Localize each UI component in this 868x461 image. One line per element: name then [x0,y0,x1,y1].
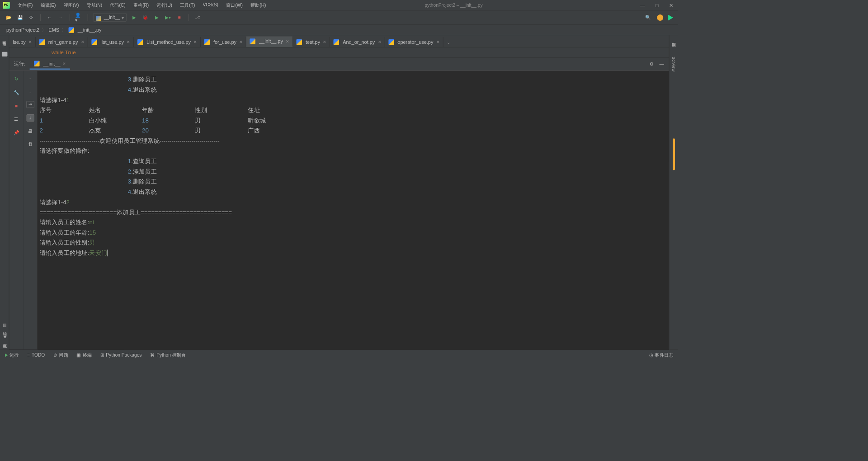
up-arrow-icon[interactable]: ↑ [27,75,33,82]
run-config-selector[interactable]: __init__ [93,14,127,22]
menubar: 文件(F) 编辑(E) 视图(V) 导航(N) 代码(C) 重构(R) 运行(U… [14,0,269,9]
debug-icon[interactable]: 🐞 [142,14,149,21]
delete-icon[interactable]: 🗑 [27,141,33,147]
python-file-icon [34,61,40,66]
close-icon[interactable]: ✕ [28,40,32,44]
python-console-button[interactable]: ⌘ Python 控制台 [150,352,186,358]
python-file-icon [68,27,74,33]
scroll-to-end-icon[interactable]: ⤓ [26,114,34,122]
menu-vcs[interactable]: VCS(S) [199,0,222,9]
breadcrumb-item[interactable]: EMS [48,27,59,33]
menu-edit[interactable]: 编辑(E) [37,0,59,9]
close-icon[interactable]: ✕ [62,61,66,66]
python-file-icon [250,38,256,44]
stop-icon[interactable]: ■ [13,103,19,109]
tab-for-use[interactable]: for_use.py✕ [201,37,246,47]
window-title: pythonProject2 – __init__.py [269,2,637,8]
forward-icon[interactable]: → [57,14,65,21]
menu-tools[interactable]: 工具(T) [176,0,198,9]
project-tool-window-tab[interactable]: 项目 ▣ [1,39,7,45]
tab-init[interactable]: __init__.py✕ [246,36,293,47]
editor-tabs: ise.py✕ min_game.py✕ list_use.py✕ List_m… [9,35,669,47]
python-file-icon [91,39,97,45]
menu-help[interactable]: 帮助(H) [247,0,269,9]
open-icon[interactable]: 📂 [5,14,13,21]
menu-run[interactable]: 运行(U) [153,0,176,9]
close-icon[interactable]: ✕ [127,40,130,44]
tab-list-use[interactable]: list_use.py✕ [88,37,134,47]
more-tabs-icon[interactable]: ⌄ [443,38,454,47]
app-logo [3,2,10,9]
coverage-icon[interactable]: ▶ [153,14,160,21]
menu-file[interactable]: 文件(F) [14,0,36,9]
problems-button[interactable]: ⊘ 问题 [53,352,68,358]
close-icon[interactable]: ✕ [378,40,381,44]
event-log-button[interactable]: ◷ 事件日志 [649,352,673,358]
save-icon[interactable]: 💾 [16,14,24,21]
window-minimize[interactable]: — [638,2,647,9]
wrench-icon[interactable]: 🔧 [13,89,19,95]
close-icon[interactable]: ✕ [81,40,84,44]
tab-and-or-not[interactable]: And_or_not.py✕ [330,37,385,47]
tab-min-game[interactable]: min_game.py✕ [36,37,88,47]
python-packages-button[interactable]: ⊞ Python Packages [100,353,142,358]
pin-icon[interactable]: 📌 [13,129,19,136]
todo-button[interactable]: ≡ TODO [27,353,45,358]
code-with-me-icon[interactable] [668,14,673,20]
print-icon[interactable]: 🖶 [27,128,33,134]
back-icon[interactable]: ← [46,14,53,21]
rerun-icon[interactable]: ↻ [13,75,19,82]
python-file-icon [334,39,340,45]
python-file-icon [297,39,302,45]
favorites-tool-tab[interactable]: ★ 收藏夹 [2,334,8,341]
run-icon[interactable]: ▶ [130,14,138,21]
breadcrumb-item[interactable]: pythonProject2 [6,27,39,33]
search-icon[interactable]: 🔍 [644,14,652,21]
breadcrumb: pythonProject2 〉 EMS 〉 __init__.py [0,25,678,35]
console-output[interactable]: 33.删除员工.删除员工 4.退出系统 请选择1-41 序号姓名年龄性别住址 1… [38,71,669,349]
close-icon[interactable]: ✕ [193,40,197,44]
run-panel-label: 运行: [14,61,25,67]
tab-test[interactable]: test.py✕ [293,37,330,47]
gear-icon[interactable]: ⚙ [650,61,654,67]
tab-list-method[interactable]: List_method_use.py✕ [134,37,201,47]
menu-view[interactable]: 视图(V) [60,0,82,9]
close-icon[interactable]: ✕ [239,40,242,44]
run-tool-window-button[interactable]: 运行 [5,352,19,358]
editor-context-line: while True [9,47,669,58]
soft-wrap-icon[interactable]: ⇥ [26,101,34,108]
terminal-button[interactable]: ▣ 终端 [76,352,92,358]
close-icon[interactable]: ✕ [286,39,289,43]
window-close[interactable]: ✕ [667,2,675,9]
python-file-icon [39,39,45,45]
python-file-icon [137,39,143,45]
breadcrumb-item[interactable]: __init__.py [78,27,102,33]
menu-window[interactable]: 窗口(W) [222,0,246,9]
structure-tool-tab[interactable]: ▤ 结构 [2,323,8,329]
menu-nav[interactable]: 导航(N) [83,0,106,9]
folder-icon[interactable] [2,52,8,56]
user-icon[interactable]: 👤▾ [75,14,83,21]
python-file-icon [388,39,394,45]
down-arrow-icon[interactable]: ↓ [27,88,33,94]
close-icon[interactable]: ✕ [323,40,326,44]
git-icon[interactable]: ⎇ [193,14,201,21]
stop-icon[interactable]: ■ [175,14,183,21]
run-tab-init[interactable]: __init__ ✕ [30,59,70,70]
tab-ise[interactable]: ise.py✕ [9,37,35,47]
sciview-tool-tab[interactable]: SciView [671,56,676,71]
layout-icon[interactable]: ☰ [13,116,19,122]
scroll-indicator [673,139,675,170]
python-file-icon [204,39,210,45]
refresh-icon[interactable]: ⟳ [28,14,35,21]
tab-operator[interactable]: operator_use.py✕ [385,37,443,47]
profile-icon[interactable]: ▶▾ [164,14,172,21]
ide-status-icon[interactable] [657,14,663,21]
menu-code[interactable]: 代码(C) [106,0,129,9]
close-icon[interactable]: ✕ [436,40,439,44]
hide-icon[interactable]: — [660,61,664,67]
menu-refactor[interactable]: 重构(R) [130,0,152,9]
window-maximize[interactable]: □ [653,2,660,9]
